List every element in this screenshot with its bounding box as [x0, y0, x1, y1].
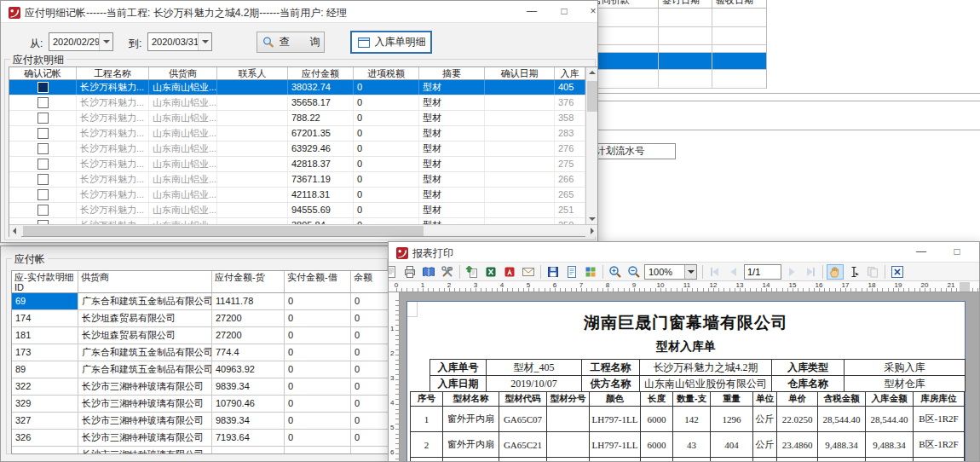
- export-html-icon[interactable]: [582, 264, 599, 280]
- save-icon[interactable]: [545, 264, 562, 280]
- maximize-button[interactable]: □: [555, 1, 574, 22]
- cell: 0: [285, 344, 351, 361]
- cell: [589, 9, 659, 26]
- scroll-up-icon[interactable]: [589, 71, 596, 74]
- design-tools-icon[interactable]: [439, 264, 456, 280]
- column-header[interactable]: 应-实付款明细ID: [12, 271, 78, 292]
- table-row[interactable]: 长沙市三湘特种玻璃有限公司: [12, 447, 391, 453]
- column-header[interactable]: 入库: [555, 67, 585, 79]
- column-header[interactable]: 进项税额: [354, 67, 419, 79]
- table-row[interactable]: 174长沙坦森贸易有限公司2720000: [12, 310, 391, 327]
- column-header[interactable]: 供货商: [78, 271, 212, 292]
- column-header[interactable]: 联系人: [217, 67, 288, 79]
- cell: 山东南山铝业...: [149, 141, 217, 156]
- table-row[interactable]: [589, 27, 766, 45]
- zoom-level-combo[interactable]: 100%: [644, 264, 697, 280]
- table-row[interactable]: 长沙万科魅力...山东南山铝业...35658.170型材376: [9, 95, 585, 111]
- column-header[interactable]: 确认记帐: [9, 67, 77, 79]
- export-excel-icon[interactable]: [482, 264, 499, 280]
- export-file-icon[interactable]: [464, 264, 481, 280]
- table-row[interactable]: 长沙万科魅力...山东南山铝业...94555.690型材251: [9, 203, 585, 218]
- table-row[interactable]: [589, 70, 766, 89]
- table-row[interactable]: 69广东合和建筑五金制品有限公司11411.7800: [12, 293, 391, 310]
- selected-row[interactable]: [589, 53, 766, 70]
- column-header[interactable]: 摘要: [419, 67, 485, 79]
- minimize-button[interactable]: —: [522, 1, 541, 22]
- checkbox[interactable]: [37, 113, 49, 124]
- checkbox[interactable]: [37, 174, 49, 185]
- minimize-button[interactable]: —: [912, 242, 931, 262]
- column-header[interactable]: 工程名称: [77, 67, 149, 79]
- scroll-right-icon[interactable]: [591, 228, 594, 234]
- zoom-in-icon[interactable]: [607, 264, 624, 280]
- checkbox[interactable]: [37, 128, 49, 139]
- close-button[interactable]: ×: [975, 242, 980, 262]
- vertical-scrollbar[interactable]: [585, 67, 597, 225]
- to-date-combo[interactable]: 2020/03/31: [147, 32, 212, 51]
- confirm-checkbox-cell: [9, 80, 77, 95]
- print-icon[interactable]: [401, 264, 418, 280]
- scroll-left-icon[interactable]: [13, 228, 16, 234]
- table-row[interactable]: 长沙万科魅力...山东南山铝业...38032.740型材405: [9, 80, 585, 95]
- table-row[interactable]: 长沙万科魅力...山东南山铝业...42118.310型材265: [9, 188, 585, 203]
- column-header[interactable]: 余额: [351, 271, 391, 292]
- checkbox[interactable]: [37, 205, 49, 216]
- text-select-icon[interactable]: [845, 264, 862, 280]
- column-header[interactable]: 应付金额-货: [212, 271, 285, 292]
- table-row[interactable]: 327长沙市三湘特种玻璃有限公司9839.3400: [12, 413, 391, 430]
- chevron-down-icon[interactable]: [684, 265, 696, 279]
- next-page-icon[interactable]: [783, 264, 800, 280]
- table-row[interactable]: 长沙万科魅力...山东南山铝业...788.220型材358: [9, 111, 585, 126]
- checkbox[interactable]: [37, 159, 49, 170]
- table-row[interactable]: 173广东合和建筑五金制品有限公司774.400: [12, 344, 391, 361]
- preview-icon[interactable]: [388, 264, 400, 280]
- column-header[interactable]: 供货商: [149, 67, 217, 79]
- first-page-icon[interactable]: [706, 264, 723, 280]
- column-header[interactable]: 确认日期: [485, 67, 555, 79]
- checkbox[interactable]: [37, 82, 49, 93]
- send-mail-icon[interactable]: [520, 264, 537, 280]
- table-row[interactable]: 长沙万科魅力...山东南山铝业...73671.190型材266: [9, 172, 585, 188]
- table-row[interactable]: 181长沙坦森贸易有限公司2720000: [12, 327, 391, 344]
- table-row[interactable]: 长沙万科魅力...山东南山铝业...63929.460型材276: [9, 141, 585, 157]
- scrollbar-thumb[interactable]: [587, 81, 597, 112]
- close-button[interactable]: ×: [584, 1, 598, 22]
- hand-tool-icon[interactable]: [827, 264, 844, 280]
- open-book-icon[interactable]: [420, 264, 437, 280]
- prev-page-icon[interactable]: [725, 264, 742, 280]
- scroll-down-icon[interactable]: [589, 217, 596, 221]
- cell: [589, 53, 659, 69]
- zoom-out-icon[interactable]: [625, 264, 643, 280]
- copy-page-icon[interactable]: [864, 264, 881, 280]
- column-header[interactable]: 实付金额-借: [285, 271, 351, 292]
- query-button[interactable]: 查 询: [257, 32, 325, 53]
- maximize-button[interactable]: □: [948, 242, 966, 262]
- chevron-down-icon[interactable]: [198, 33, 211, 50]
- table-row[interactable]: 322长沙市三湘特种玻璃有限公司9839.3400: [12, 378, 391, 396]
- table-row[interactable]: 329长沙市三湘特种玻璃有限公司10790.4600: [12, 396, 391, 413]
- close-preview-icon[interactable]: [889, 264, 906, 280]
- column-header[interactable]: 应付金额: [288, 67, 354, 79]
- inbound-detail-button[interactable]: 入库单明细: [350, 31, 432, 54]
- table-row[interactable]: [589, 45, 766, 53]
- last-page-icon[interactable]: [802, 264, 819, 280]
- preview-area[interactable]: 湖南巨晟门窗幕墙有限公司 型材入库单 入库单号型材_405工程名称长沙万科魅力之…: [400, 292, 980, 462]
- table-row[interactable]: 长沙万科魅力...山东南山铝业...42818.370型材275: [9, 157, 585, 172]
- scrollbar-thumb[interactable]: [23, 226, 424, 236]
- table-row[interactable]: 89广东合和建筑五金制品有限公司40963.9200: [12, 361, 391, 378]
- ruler-number: 7: [579, 281, 583, 289]
- export-pdf-icon[interactable]: [501, 264, 518, 280]
- chevron-down-icon[interactable]: [99, 33, 112, 50]
- checkbox[interactable]: [37, 143, 49, 154]
- horizontal-scrollbar[interactable]: [9, 224, 597, 236]
- document-icon[interactable]: [563, 264, 580, 280]
- info-label: 入库日期: [430, 376, 487, 392]
- table-row[interactable]: 326长沙市三湘特种玻璃有限公司7193.6400: [12, 430, 391, 447]
- table-row[interactable]: 长沙万科魅力...山东南山铝业...67201.350型材283: [9, 126, 585, 141]
- table-row[interactable]: [589, 9, 766, 27]
- checkbox[interactable]: [37, 97, 49, 108]
- checkbox[interactable]: [37, 189, 49, 200]
- from-date-combo[interactable]: 2020/02/29: [49, 32, 113, 51]
- page-indicator-input[interactable]: [744, 264, 781, 280]
- cell: [777, 458, 818, 462]
